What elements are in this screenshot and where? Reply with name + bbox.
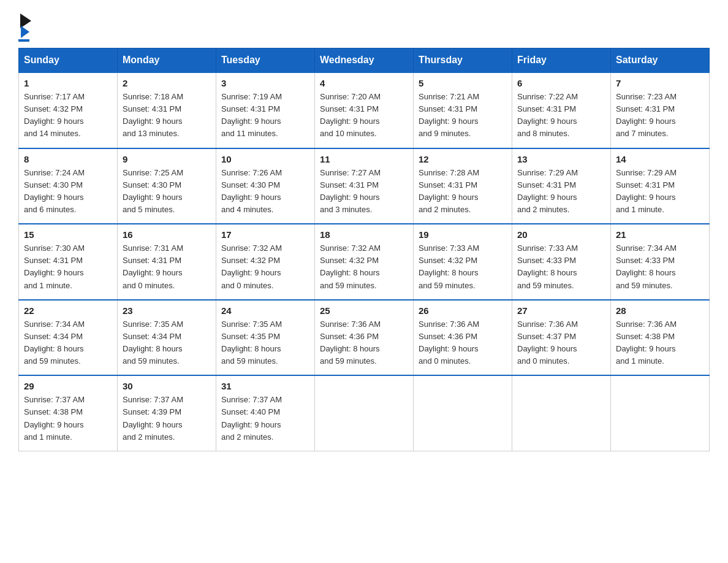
day-info: Sunrise: 7:37 AM Sunset: 4:39 PM Dayligh… (123, 394, 211, 443)
day-info: Sunrise: 7:32 AM Sunset: 4:32 PM Dayligh… (221, 242, 309, 292)
day-number: 17 (221, 229, 309, 240)
week-row-4: 22Sunrise: 7:34 AM Sunset: 4:34 PM Dayli… (19, 300, 710, 376)
day-info: Sunrise: 7:31 AM Sunset: 4:31 PM Dayligh… (123, 242, 211, 292)
day-number: 23 (123, 305, 211, 316)
day-cell: 19Sunrise: 7:33 AM Sunset: 4:32 PM Dayli… (414, 224, 512, 300)
day-cell: 1Sunrise: 7:17 AM Sunset: 4:32 PM Daylig… (19, 72, 118, 148)
page-header (18, 12, 710, 42)
day-number: 6 (517, 78, 605, 88)
header-cell-thursday: Thursday (414, 48, 512, 73)
day-info: Sunrise: 7:34 AM Sunset: 4:33 PM Dayligh… (616, 242, 704, 292)
day-cell: 30Sunrise: 7:37 AM Sunset: 4:39 PM Dayli… (118, 375, 216, 451)
day-cell: 25Sunrise: 7:36 AM Sunset: 4:36 PM Dayli… (315, 300, 414, 376)
day-number: 28 (616, 305, 704, 316)
day-info: Sunrise: 7:27 AM Sunset: 4:31 PM Dayligh… (320, 167, 408, 216)
day-number: 14 (616, 154, 704, 164)
day-info: Sunrise: 7:35 AM Sunset: 4:35 PM Dayligh… (221, 318, 309, 368)
day-info: Sunrise: 7:35 AM Sunset: 4:34 PM Dayligh… (123, 318, 211, 368)
day-cell: 14Sunrise: 7:29 AM Sunset: 4:31 PM Dayli… (611, 148, 710, 224)
day-info: Sunrise: 7:37 AM Sunset: 4:40 PM Dayligh… (221, 394, 309, 443)
day-info: Sunrise: 7:37 AM Sunset: 4:38 PM Dayligh… (24, 394, 112, 443)
logo (18, 12, 31, 42)
day-cell: 31Sunrise: 7:37 AM Sunset: 4:40 PM Dayli… (216, 375, 315, 451)
day-number: 21 (616, 229, 704, 240)
calendar-table: SundayMondayTuesdayWednesdayThursdayFrid… (18, 48, 710, 451)
week-row-2: 8Sunrise: 7:24 AM Sunset: 4:30 PM Daylig… (19, 148, 710, 224)
day-cell: 15Sunrise: 7:30 AM Sunset: 4:31 PM Dayli… (19, 224, 118, 300)
logo-blue-triangle-icon (21, 26, 29, 38)
day-info: Sunrise: 7:17 AM Sunset: 4:32 PM Dayligh… (24, 91, 112, 140)
day-cell: 16Sunrise: 7:31 AM Sunset: 4:31 PM Dayli… (118, 224, 216, 300)
day-info: Sunrise: 7:29 AM Sunset: 4:31 PM Dayligh… (517, 167, 605, 216)
day-number: 19 (419, 229, 507, 240)
day-cell (315, 375, 414, 451)
day-cell: 4Sunrise: 7:20 AM Sunset: 4:31 PM Daylig… (315, 72, 414, 148)
day-number: 5 (419, 78, 507, 88)
day-number: 16 (123, 229, 211, 240)
day-number: 13 (517, 154, 605, 164)
day-number: 8 (24, 154, 112, 164)
day-number: 11 (320, 154, 408, 164)
day-number: 24 (221, 305, 309, 316)
day-info: Sunrise: 7:30 AM Sunset: 4:31 PM Dayligh… (24, 242, 112, 292)
header-row: SundayMondayTuesdayWednesdayThursdayFrid… (19, 48, 710, 73)
day-number: 7 (616, 78, 704, 88)
day-info: Sunrise: 7:25 AM Sunset: 4:30 PM Dayligh… (123, 167, 211, 216)
header-cell-sunday: Sunday (19, 48, 118, 73)
day-cell: 2Sunrise: 7:18 AM Sunset: 4:31 PM Daylig… (118, 72, 216, 148)
day-cell: 26Sunrise: 7:36 AM Sunset: 4:36 PM Dayli… (414, 300, 512, 376)
day-cell: 5Sunrise: 7:21 AM Sunset: 4:31 PM Daylig… (414, 72, 512, 148)
day-info: Sunrise: 7:23 AM Sunset: 4:31 PM Dayligh… (616, 91, 704, 140)
day-cell: 9Sunrise: 7:25 AM Sunset: 4:30 PM Daylig… (118, 148, 216, 224)
day-cell: 17Sunrise: 7:32 AM Sunset: 4:32 PM Dayli… (216, 224, 315, 300)
day-number: 4 (320, 78, 408, 88)
day-cell: 18Sunrise: 7:32 AM Sunset: 4:32 PM Dayli… (315, 224, 414, 300)
day-cell (414, 375, 512, 451)
day-cell: 22Sunrise: 7:34 AM Sunset: 4:34 PM Dayli… (19, 300, 118, 376)
day-number: 9 (123, 154, 211, 164)
day-cell: 11Sunrise: 7:27 AM Sunset: 4:31 PM Dayli… (315, 148, 414, 224)
day-info: Sunrise: 7:34 AM Sunset: 4:34 PM Dayligh… (24, 318, 112, 368)
day-info: Sunrise: 7:26 AM Sunset: 4:30 PM Dayligh… (221, 167, 309, 216)
day-info: Sunrise: 7:18 AM Sunset: 4:31 PM Dayligh… (123, 91, 211, 140)
logo-blue-text (18, 28, 29, 38)
day-cell: 27Sunrise: 7:36 AM Sunset: 4:37 PM Dayli… (512, 300, 611, 376)
day-info: Sunrise: 7:21 AM Sunset: 4:31 PM Dayligh… (419, 91, 507, 140)
day-number: 26 (419, 305, 507, 316)
day-info: Sunrise: 7:24 AM Sunset: 4:30 PM Dayligh… (24, 167, 112, 216)
day-cell: 8Sunrise: 7:24 AM Sunset: 4:30 PM Daylig… (19, 148, 118, 224)
day-info: Sunrise: 7:22 AM Sunset: 4:31 PM Dayligh… (517, 91, 605, 140)
day-cell: 6Sunrise: 7:22 AM Sunset: 4:31 PM Daylig… (512, 72, 611, 148)
day-info: Sunrise: 7:36 AM Sunset: 4:36 PM Dayligh… (419, 318, 507, 368)
day-info: Sunrise: 7:28 AM Sunset: 4:31 PM Dayligh… (419, 167, 507, 216)
day-number: 30 (123, 381, 211, 391)
header-cell-tuesday: Tuesday (216, 48, 315, 73)
day-info: Sunrise: 7:20 AM Sunset: 4:31 PM Dayligh… (320, 91, 408, 140)
day-info: Sunrise: 7:36 AM Sunset: 4:36 PM Dayligh… (320, 318, 408, 368)
day-cell: 20Sunrise: 7:33 AM Sunset: 4:33 PM Dayli… (512, 224, 611, 300)
day-info: Sunrise: 7:33 AM Sunset: 4:33 PM Dayligh… (517, 242, 605, 292)
day-number: 2 (123, 78, 211, 88)
day-info: Sunrise: 7:19 AM Sunset: 4:31 PM Dayligh… (221, 91, 309, 140)
header-cell-wednesday: Wednesday (315, 48, 414, 73)
day-cell: 21Sunrise: 7:34 AM Sunset: 4:33 PM Dayli… (611, 224, 710, 300)
day-number: 22 (24, 305, 112, 316)
day-info: Sunrise: 7:29 AM Sunset: 4:31 PM Dayligh… (616, 167, 704, 216)
day-cell: 12Sunrise: 7:28 AM Sunset: 4:31 PM Dayli… (414, 148, 512, 224)
day-cell: 29Sunrise: 7:37 AM Sunset: 4:38 PM Dayli… (19, 375, 118, 451)
week-row-5: 29Sunrise: 7:37 AM Sunset: 4:38 PM Dayli… (19, 375, 710, 451)
logo-underline (18, 39, 29, 42)
day-cell: 10Sunrise: 7:26 AM Sunset: 4:30 PM Dayli… (216, 148, 315, 224)
day-cell: 7Sunrise: 7:23 AM Sunset: 4:31 PM Daylig… (611, 72, 710, 148)
day-cell (611, 375, 710, 451)
day-number: 29 (24, 381, 112, 391)
week-row-3: 15Sunrise: 7:30 AM Sunset: 4:31 PM Dayli… (19, 224, 710, 300)
day-number: 31 (221, 381, 309, 391)
week-row-1: 1Sunrise: 7:17 AM Sunset: 4:32 PM Daylig… (19, 72, 710, 148)
header-cell-saturday: Saturday (611, 48, 710, 73)
day-number: 25 (320, 305, 408, 316)
day-cell: 13Sunrise: 7:29 AM Sunset: 4:31 PM Dayli… (512, 148, 611, 224)
day-info: Sunrise: 7:33 AM Sunset: 4:32 PM Dayligh… (419, 242, 507, 292)
header-cell-monday: Monday (118, 48, 216, 73)
day-number: 18 (320, 229, 408, 240)
